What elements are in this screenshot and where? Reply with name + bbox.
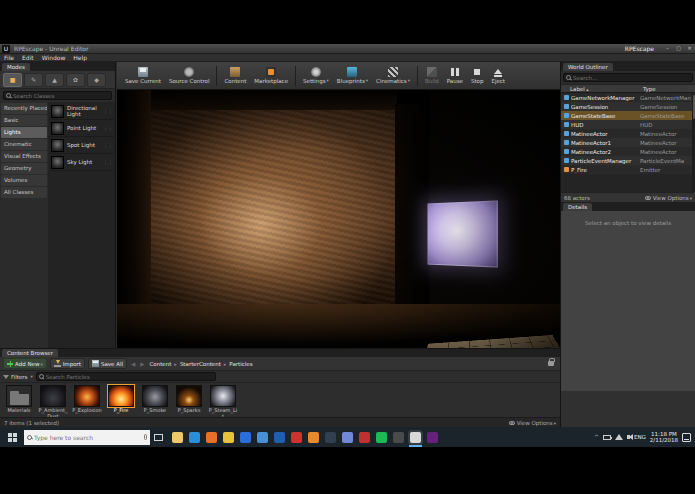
breadcrumb-content[interactable]: Content: [148, 361, 172, 367]
tray-expand-icon[interactable]: [594, 434, 599, 440]
outliner-row[interactable]: GameStateBase GameStateBase: [561, 111, 692, 120]
eject-button[interactable]: Eject: [487, 63, 509, 89]
content-button[interactable]: Content: [220, 63, 250, 89]
close-icon[interactable]: [684, 44, 695, 53]
marketplace-button[interactable]: Marketplace: [250, 63, 292, 89]
action-center-icon[interactable]: [682, 433, 691, 442]
outliner-row[interactable]: GameSession GameSession: [561, 102, 692, 111]
asset-tile[interactable]: P_Fire: [106, 385, 136, 414]
save-all-button[interactable]: Save All: [88, 358, 127, 369]
taskbar-search[interactable]: [24, 430, 150, 445]
asset-tile[interactable]: Materials: [4, 385, 34, 414]
outliner-view-options-button[interactable]: View Options: [645, 195, 692, 201]
taskbar-app-store[interactable]: [240, 432, 251, 443]
taskbar-app-unreal-editor[interactable]: [410, 432, 421, 443]
list-item-directional-light[interactable]: Directional Light: [49, 103, 114, 120]
task-view-button[interactable]: [150, 427, 166, 447]
taskbar-clock[interactable]: 11:18 PM 2/11/2018: [650, 431, 678, 444]
tab-content-browser[interactable]: Content Browser: [2, 349, 58, 357]
taskbar-app-visual-studio[interactable]: [427, 432, 438, 443]
tab-modes[interactable]: Modes: [2, 63, 30, 71]
outliner-row[interactable]: HUD HUD: [561, 120, 692, 129]
breadcrumb-startercontent[interactable]: StarterContent: [179, 361, 222, 367]
taskbar-app-photos[interactable]: [274, 432, 285, 443]
taskbar-app-adobe[interactable]: [359, 432, 370, 443]
outliner-row[interactable]: P_Fire Emitter: [561, 165, 692, 174]
battery-icon[interactable]: [603, 435, 611, 440]
outliner-row[interactable]: GameNetworkManager GameNetworkMan: [561, 93, 692, 102]
language-indicator[interactable]: ENG: [634, 434, 646, 440]
landscape-mode-icon[interactable]: [45, 73, 64, 87]
category-lights[interactable]: Lights: [1, 127, 47, 138]
asset-tile[interactable]: P_Ambient_Dust: [38, 385, 68, 419]
taskbar-app-vlc[interactable]: [308, 432, 319, 443]
asset-tile[interactable]: P_Sparks: [174, 385, 204, 414]
menu-help[interactable]: Help: [69, 54, 91, 62]
outliner-search-input[interactable]: [573, 74, 690, 82]
category-volumes[interactable]: Volumes: [1, 175, 47, 186]
asset-search-input[interactable]: [46, 373, 213, 381]
list-item-spot-light[interactable]: Spot Light: [49, 137, 114, 154]
category-visual-effects[interactable]: Visual Effects: [1, 151, 47, 162]
menu-edit[interactable]: Edit: [18, 54, 38, 62]
minimize-icon[interactable]: [662, 44, 673, 53]
list-item-sky-light[interactable]: Sky Light: [49, 154, 114, 171]
category-all-classes[interactable]: All Classes: [1, 187, 47, 198]
place-mode-icon[interactable]: [3, 73, 22, 87]
start-button[interactable]: [0, 427, 24, 447]
cb-view-options-button[interactable]: View Options: [509, 420, 556, 426]
taskbar-app-spotify[interactable]: [376, 432, 387, 443]
taskbar-app-mail[interactable]: [257, 432, 268, 443]
category-recently-placed[interactable]: Recently Placed: [1, 103, 47, 114]
outliner-row[interactable]: MatineeActor2 MatineeActor: [561, 147, 692, 156]
taskbar-app-youtube[interactable]: [291, 432, 302, 443]
cinematics-button[interactable]: Cinematics: [372, 63, 414, 89]
outliner-row[interactable]: MatineeActor MatineeActor: [561, 129, 692, 138]
settings-button[interactable]: Settings: [299, 63, 333, 89]
category-geometry[interactable]: Geometry: [1, 163, 47, 174]
maximize-icon[interactable]: [673, 44, 684, 53]
category-basic[interactable]: Basic: [1, 115, 47, 126]
taskbar-app-chrome[interactable]: [223, 432, 234, 443]
tab-world-outliner[interactable]: World Outliner: [563, 63, 613, 71]
lock-icon[interactable]: [548, 361, 554, 366]
list-item-point-light[interactable]: Point Light: [49, 120, 114, 137]
outliner-row[interactable]: ParticleEventManager ParticleEventMa: [561, 156, 692, 165]
volume-icon[interactable]: [627, 435, 630, 439]
menu-window[interactable]: Window: [38, 54, 70, 62]
outliner-row[interactable]: MatineeActor1 MatineeActor: [561, 138, 692, 147]
taskbar-app-file-explorer[interactable]: [172, 432, 183, 443]
wifi-icon[interactable]: [615, 434, 623, 440]
taskbar-app-epic-launcher[interactable]: [393, 432, 404, 443]
blueprints-button[interactable]: Blueprints: [333, 63, 372, 89]
geometry-mode-icon[interactable]: [87, 73, 106, 87]
breadcrumb-particles[interactable]: Particles: [228, 361, 253, 367]
menu-file[interactable]: File: [0, 54, 18, 62]
category-cinematic[interactable]: Cinematic: [1, 139, 47, 150]
modes-search-input[interactable]: [13, 92, 109, 100]
asset-tile[interactable]: P_Explosion: [72, 385, 102, 414]
add-new-button[interactable]: Add New: [3, 358, 47, 369]
column-header-type[interactable]: Type: [643, 86, 695, 92]
column-header-label[interactable]: Label: [561, 86, 643, 92]
title-bar[interactable]: U RPEscape - Unreal Editor RPEscape: [0, 44, 695, 54]
foliage-mode-icon[interactable]: [66, 73, 85, 87]
taskbar-app-discord[interactable]: [342, 432, 353, 443]
taskbar-app-steam[interactable]: [325, 432, 336, 443]
paint-mode-icon[interactable]: [24, 73, 43, 87]
filters-button[interactable]: Filters: [3, 374, 33, 380]
asset-tile[interactable]: P_Smoke: [140, 385, 170, 414]
import-button[interactable]: Import: [50, 358, 85, 369]
asset-tile[interactable]: P_Steam_Lit: [208, 385, 238, 419]
save-current-button[interactable]: Save Current: [121, 63, 165, 89]
stop-button[interactable]: Stop: [467, 63, 488, 89]
viewport-3d[interactable]: [117, 90, 560, 348]
pause-button[interactable]: Pause: [443, 63, 467, 89]
source-control-button[interactable]: Source Control: [165, 63, 214, 89]
tab-details[interactable]: Details: [563, 203, 592, 211]
build-button[interactable]: Build: [421, 63, 443, 89]
taskbar-search-input[interactable]: [34, 434, 142, 441]
forward-icon[interactable]: [139, 361, 145, 367]
back-icon[interactable]: [130, 361, 136, 367]
taskbar-app-firefox[interactable]: [206, 432, 217, 443]
